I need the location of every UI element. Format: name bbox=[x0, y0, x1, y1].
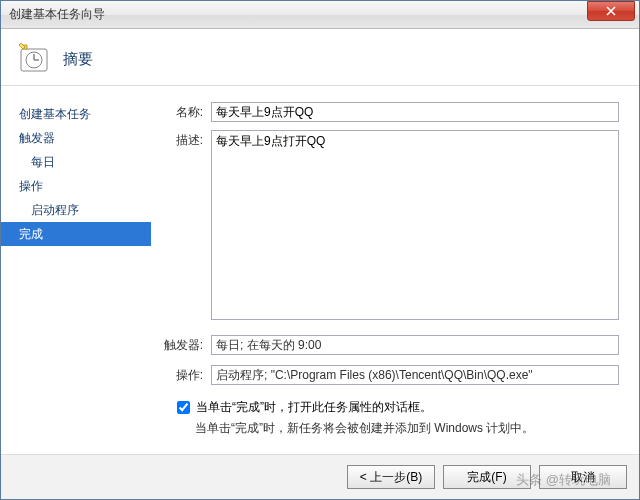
wizard-body: 创建基本任务触发器每日操作启动程序完成 名称: 描述: 触发器: 操作: bbox=[1, 86, 639, 454]
name-label: 名称: bbox=[159, 102, 211, 122]
sidebar-item-0[interactable]: 创建基本任务 bbox=[1, 102, 151, 126]
trigger-value bbox=[211, 335, 619, 355]
open-props-row: 当单击“完成”时，打开此任务属性的对话框。 bbox=[177, 399, 619, 416]
trigger-label: 触发器: bbox=[159, 335, 211, 355]
open-props-label: 当单击“完成”时，打开此任务属性的对话框。 bbox=[196, 399, 432, 416]
sidebar-item-4[interactable]: 启动程序 bbox=[1, 198, 151, 222]
content-area: 摘要 创建基本任务触发器每日操作启动程序完成 名称: 描述: 触发器: 操作: bbox=[1, 29, 639, 499]
finish-button[interactable]: 完成(F) bbox=[443, 465, 531, 489]
task-icon bbox=[19, 43, 51, 75]
desc-input[interactable] bbox=[211, 130, 619, 320]
action-label: 操作: bbox=[159, 365, 211, 385]
action-value bbox=[211, 365, 619, 385]
wizard-window: 创建基本任务向导 摘要 创建基本任务触发器每日操作启动程序完成 名称: bbox=[0, 0, 640, 500]
sidebar-item-3[interactable]: 操作 bbox=[1, 174, 151, 198]
sidebar-item-1[interactable]: 触发器 bbox=[1, 126, 151, 150]
wizard-footer: < 上一步(B) 完成(F) 取消 bbox=[1, 454, 639, 499]
close-button[interactable] bbox=[587, 1, 635, 21]
trigger-row: 触发器: bbox=[159, 335, 619, 355]
back-button[interactable]: < 上一步(B) bbox=[347, 465, 435, 489]
cancel-button[interactable]: 取消 bbox=[539, 465, 627, 489]
wizard-header: 摘要 bbox=[1, 29, 639, 86]
wizard-sidebar: 创建基本任务触发器每日操作启动程序完成 bbox=[1, 86, 151, 454]
sidebar-item-2[interactable]: 每日 bbox=[1, 150, 151, 174]
titlebar: 创建基本任务向导 bbox=[1, 1, 639, 29]
desc-label: 描述: bbox=[159, 130, 211, 323]
name-row: 名称: bbox=[159, 102, 619, 122]
sidebar-item-5[interactable]: 完成 bbox=[1, 222, 151, 246]
open-props-checkbox[interactable] bbox=[177, 401, 190, 414]
info-text: 当单击“完成”时，新任务将会被创建并添加到 Windows 计划中。 bbox=[195, 420, 619, 437]
main-panel: 名称: 描述: 触发器: 操作: 当单击“完成”时，打开此任务属性 bbox=[151, 86, 639, 454]
name-input[interactable] bbox=[211, 102, 619, 122]
close-icon bbox=[606, 6, 616, 16]
page-title: 摘要 bbox=[63, 50, 93, 69]
desc-row: 描述: bbox=[159, 130, 619, 323]
action-row: 操作: bbox=[159, 365, 619, 385]
window-title: 创建基本任务向导 bbox=[9, 6, 587, 23]
